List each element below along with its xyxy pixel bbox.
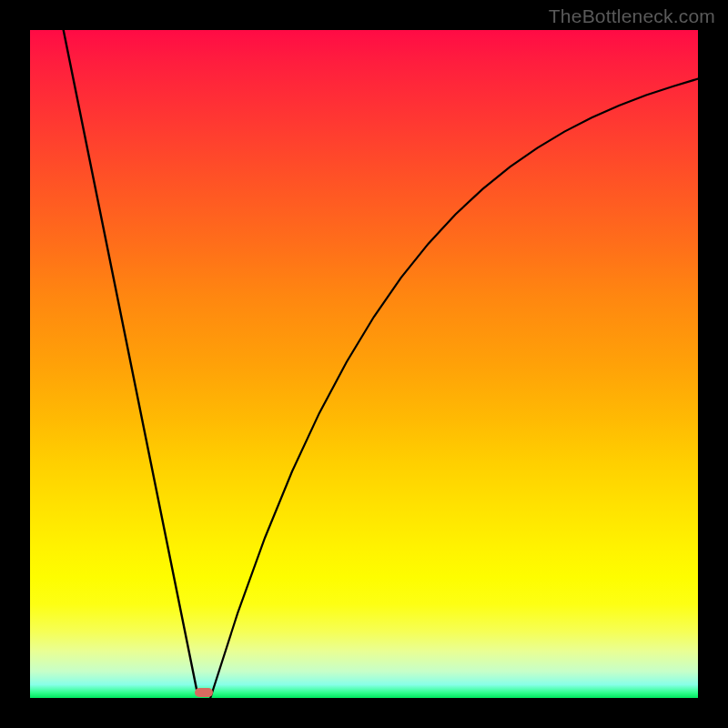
plot-area xyxy=(30,30,698,698)
curve-right-branch xyxy=(210,79,698,698)
watermark-text: TheBottleneck.com xyxy=(549,5,715,27)
optimum-marker xyxy=(195,688,213,697)
chart-frame: TheBottleneck.com xyxy=(0,0,728,728)
bottleneck-curve xyxy=(30,30,698,698)
curve-left-branch xyxy=(64,30,197,692)
